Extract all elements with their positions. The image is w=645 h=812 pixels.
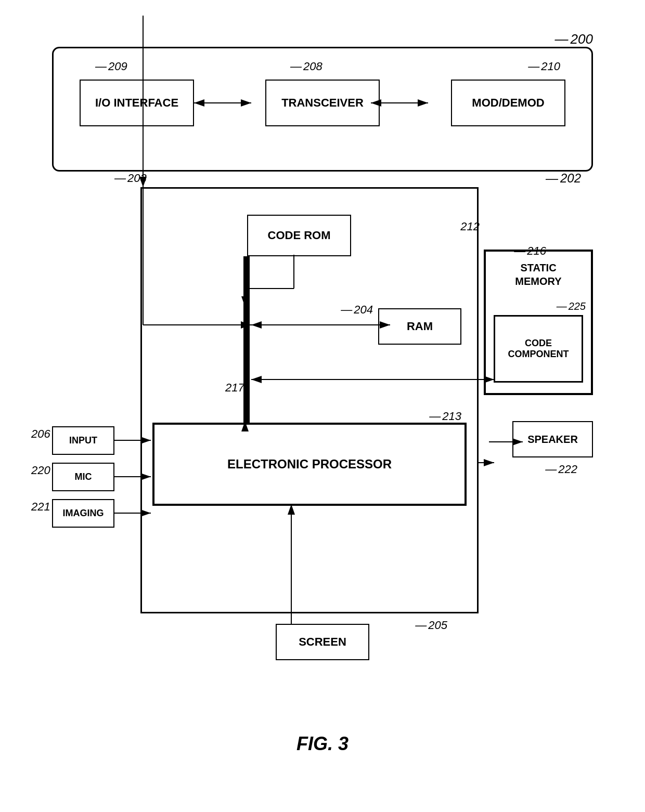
transceiver-label: TRANSCEIVER xyxy=(281,96,364,110)
ref-213: 213 xyxy=(429,410,461,423)
imaging-label: IMAGING xyxy=(63,508,104,519)
ref-203: 203 xyxy=(114,172,147,185)
ref-205: 205 xyxy=(415,619,447,632)
box-moddemod: MOD/DEMOD xyxy=(451,80,565,126)
ref-220: 220 xyxy=(31,464,50,477)
ref-216: 216 xyxy=(514,244,546,258)
box-speaker: SPEAKER xyxy=(512,421,593,457)
ref-209: 209 xyxy=(95,60,127,73)
ref-225: 225 xyxy=(557,300,586,312)
box-input: INPUT xyxy=(52,426,114,455)
ref-204: 204 xyxy=(341,303,373,317)
box-io-interface: I/O INTERFACE xyxy=(80,80,194,126)
code-rom-label: CODE ROM xyxy=(268,229,331,242)
ref-221: 221 xyxy=(31,500,50,514)
box-code-component: CODECOMPONENT xyxy=(494,315,583,383)
box-mic: MIC xyxy=(52,463,114,491)
main-area: 203 CODE ROM 212 RAM 204 217 ELECTRONIC … xyxy=(52,187,593,729)
box-screen: SCREEN xyxy=(276,624,369,660)
ref-210: 210 xyxy=(528,60,560,73)
fig-label: FIG. 3 xyxy=(296,733,349,755)
box-transceiver: TRANSCEIVER xyxy=(265,80,380,126)
diagram-container: 200 209 208 210 I/O INTERFACE TRANSCEIVE… xyxy=(21,16,624,770)
ref-206: 206 xyxy=(31,427,50,441)
ref-200: 200 xyxy=(555,31,593,47)
bus-line xyxy=(243,256,250,428)
speaker-label: SPEAKER xyxy=(527,434,578,446)
box-imaging: IMAGING xyxy=(52,499,114,528)
screen-label: SCREEN xyxy=(299,635,346,649)
ref-222: 222 xyxy=(545,463,577,476)
ref-202: 202 xyxy=(546,171,581,186)
io-interface-label: I/O INTERFACE xyxy=(95,96,178,110)
box-ram: RAM xyxy=(378,308,461,345)
code-component-label: CODECOMPONENT xyxy=(508,338,569,360)
ref-208: 208 xyxy=(290,60,322,73)
processor-label: ELECTRONIC PROCESSOR xyxy=(227,457,392,472)
box-code-rom: CODE ROM xyxy=(247,215,351,256)
ref-212: 212 xyxy=(460,220,480,233)
box-202: 209 208 210 I/O INTERFACE TRANSCEIVER MO… xyxy=(52,47,593,172)
mic-label: MIC xyxy=(75,472,92,482)
box-static-memory: STATICMEMORY 225 CODECOMPONENT xyxy=(484,250,593,395)
box-processor: ELECTRONIC PROCESSOR xyxy=(152,423,467,506)
box-203: CODE ROM 212 RAM 204 217 ELECTRONIC PROC… xyxy=(140,187,479,613)
input-label: INPUT xyxy=(69,435,97,446)
ref-217: 217 xyxy=(225,381,244,395)
ram-label: RAM xyxy=(407,320,433,333)
moddemod-label: MOD/DEMOD xyxy=(472,96,544,110)
